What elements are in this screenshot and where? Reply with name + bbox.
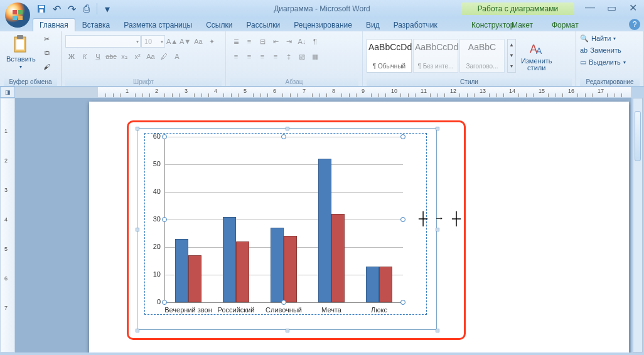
chart-plot-area[interactable]: 0102030405060Вечерний звонРоссийскийСлив… <box>164 137 403 302</box>
tab-Макет[interactable]: Макет <box>505 18 540 31</box>
find-button[interactable]: 🔍Найти▾ <box>580 33 626 44</box>
align-justify-icon[interactable]: ≡ <box>269 50 282 63</box>
bar-Series1-1[interactable] <box>223 217 236 302</box>
help-button[interactable]: ? <box>629 19 640 30</box>
plot-handle[interactable] <box>162 300 167 305</box>
tab-Разметка страницы[interactable]: Разметка страницы <box>117 18 199 31</box>
borders-icon[interactable]: ▦ <box>309 50 321 63</box>
bar-Series2-0[interactable] <box>188 255 201 302</box>
bar-Series2-2[interactable] <box>284 236 297 302</box>
replace-button[interactable]: abЗаменить <box>580 45 626 56</box>
x-tick-label: Вечерний звон <box>164 306 212 314</box>
save-icon[interactable] <box>35 3 48 15</box>
svg-point-0 <box>5 3 30 28</box>
shading-icon[interactable]: ▧ <box>296 50 308 63</box>
office-orb[interactable] <box>4 1 31 29</box>
font-btn-3[interactable]: abc <box>105 50 117 63</box>
plot-handle[interactable] <box>162 217 167 222</box>
bar-Series1-2[interactable] <box>271 228 284 302</box>
close-button[interactable]: ✕ <box>625 2 640 13</box>
plot-handle[interactable] <box>162 134 167 139</box>
change-styles-button[interactable]: AA Изменить стили <box>518 39 555 73</box>
show-marks-icon[interactable]: ¶ <box>309 35 321 48</box>
style-scroll-down[interactable]: ▼ <box>509 53 514 58</box>
horizontal-ruler[interactable]: 3211234567891011121314151617 <box>15 87 631 98</box>
find-icon: 🔍 <box>580 34 589 43</box>
style-scroll-up[interactable]: ▲ <box>509 42 514 48</box>
format-painter-icon[interactable]: 🖌 <box>41 60 53 73</box>
line-spacing-icon[interactable]: ‡ <box>282 50 295 63</box>
plot-handle[interactable] <box>400 134 405 139</box>
ribbon-tabs: ГлавнаяВставкаРазметка страницыСсылкиРас… <box>0 18 644 31</box>
font-btn-5[interactable]: x² <box>131 50 144 63</box>
cut-icon[interactable]: ✂ <box>41 33 53 45</box>
style-more[interactable]: ▾ <box>509 63 514 69</box>
font-btn[interactable]: ✦ <box>205 35 218 48</box>
tab-Рассылки[interactable]: Рассылки <box>239 18 287 31</box>
font-btn-4[interactable]: x₂ <box>118 50 131 63</box>
font-btn[interactable]: A▲ <box>166 35 178 48</box>
bar-Series1-3[interactable] <box>318 159 331 302</box>
vertical-ruler[interactable]: 1234567 <box>0 98 15 352</box>
font-btn-8[interactable]: A <box>171 50 183 63</box>
maximize-button[interactable]: ▭ <box>604 2 619 13</box>
bar-Series2-3[interactable] <box>331 214 345 302</box>
minimize-button[interactable]: — <box>582 2 598 13</box>
redo-icon[interactable]: ↷ <box>65 3 78 15</box>
workspace: ◨ 3211234567891011121314151617 1234567 0… <box>0 87 644 355</box>
bar-Series1-0[interactable] <box>175 239 188 302</box>
tab-Ссылки[interactable]: Ссылки <box>199 18 239 31</box>
sort-icon[interactable]: A↓ <box>296 35 308 48</box>
qat-more-icon[interactable]: ▾ <box>101 3 114 15</box>
font-btn-1[interactable]: К <box>78 50 91 63</box>
document-area[interactable]: 0102030405060Вечерний звонРоссийскийСлив… <box>15 98 631 352</box>
font-btn[interactable]: Aa <box>192 35 205 48</box>
font-size-combo[interactable]: 10 <box>141 35 165 48</box>
align-left-icon[interactable]: ≡ <box>230 50 242 63</box>
align-center-icon[interactable]: ≡ <box>243 50 255 63</box>
vertical-scrollbar[interactable] <box>633 98 643 352</box>
paste-button[interactable]: Вставить ▾ <box>4 33 38 71</box>
group-label-styles: Стили <box>367 78 572 86</box>
x-tick-label: Люкс <box>371 306 387 314</box>
plot-handle[interactable] <box>281 134 286 139</box>
bar-Series1-4[interactable] <box>366 267 379 302</box>
multilevel-icon[interactable]: ⊟ <box>256 35 269 48</box>
numbering-icon[interactable]: ≡ <box>243 35 255 48</box>
plot-handle[interactable] <box>400 217 405 222</box>
font-family-combo[interactable] <box>65 35 141 48</box>
undo-icon[interactable]: ↶ <box>50 3 63 15</box>
tab-Вставка[interactable]: Вставка <box>75 18 117 31</box>
plot-handle[interactable] <box>281 300 286 305</box>
tab-Главная[interactable]: Главная <box>33 18 75 31</box>
copy-icon[interactable]: ⧉ <box>41 46 53 59</box>
svg-text:A: A <box>536 46 542 56</box>
select-button[interactable]: ▭Выделить▾ <box>580 56 626 68</box>
y-tick-label: 10 <box>146 270 161 278</box>
font-btn-0[interactable]: Ж <box>65 50 78 63</box>
x-tick-label: Сливочный <box>266 306 302 314</box>
style-item-1[interactable]: AaBbCcDd¶ Без инте... <box>413 39 458 73</box>
align-right-icon[interactable]: ≡ <box>256 50 269 63</box>
font-btn[interactable]: A▼ <box>179 35 191 48</box>
font-btn-6[interactable]: Aa <box>144 50 157 63</box>
indent-dec-icon[interactable]: ⇤ <box>269 35 282 48</box>
bullets-icon[interactable]: ≣ <box>230 35 242 48</box>
group-label-clipboard: Буфер обмена <box>4 78 57 86</box>
scroll-thumb[interactable] <box>635 111 641 161</box>
font-btn-7[interactable]: 🖊 <box>158 50 170 63</box>
tab-Разработчик[interactable]: Разработчик <box>387 18 444 31</box>
font-btn-2[interactable]: Ч <box>92 50 104 63</box>
ruler-corner[interactable]: ◨ <box>0 87 15 98</box>
bar-Series2-1[interactable] <box>236 241 249 302</box>
style-item-2[interactable]: AaBbCЗаголово... <box>459 39 505 73</box>
bar-Series2-4[interactable] <box>379 267 392 302</box>
tab-Рецензирование[interactable]: Рецензирование <box>287 18 359 31</box>
plot-handle[interactable] <box>400 300 405 305</box>
tab-Вид[interactable]: Вид <box>359 18 387 31</box>
indent-inc-icon[interactable]: ⇥ <box>282 35 295 48</box>
replace-icon: ab <box>580 46 588 54</box>
print-icon[interactable]: ⎙ <box>80 3 93 15</box>
tab-Формат[interactable]: Формат <box>545 18 586 31</box>
style-item-0[interactable]: AaBbCcDd¶ Обычный <box>367 39 412 73</box>
